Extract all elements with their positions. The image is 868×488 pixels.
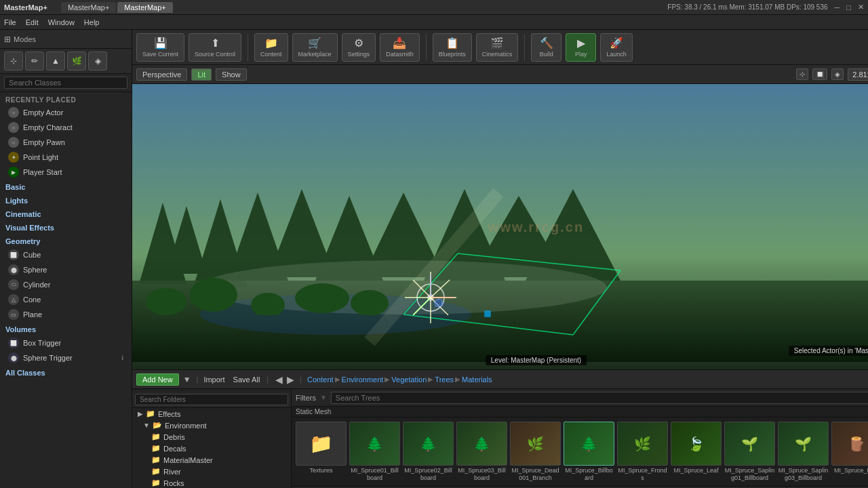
back-nav-icon[interactable]: ◀ <box>275 374 283 385</box>
actor-item-box-trigger[interactable]: ⬜ Box Trigger <box>0 336 132 350</box>
breadcrumb-content[interactable]: Content <box>307 375 334 384</box>
actor-item-plane[interactable]: ▭ Plane <box>0 307 132 322</box>
viewport-icon-2[interactable]: 🔲 <box>812 68 827 80</box>
spruce-leaf-label: MI_Spruce_Leaf <box>671 467 722 474</box>
select-mode[interactable]: ⊹ <box>4 52 23 70</box>
lit-btn[interactable]: Lit <box>191 68 212 81</box>
actor-label-box-trigger: Box Trigger <box>23 339 61 347</box>
actor-item-cube[interactable]: ⬜ Cube <box>0 247 132 262</box>
viewport-vegetation <box>132 247 868 315</box>
breadcrumb-materials[interactable]: Materials <box>462 375 492 384</box>
actor-item-empty[interactable]: ○ Empty Actor <box>0 105 132 120</box>
folder-river[interactable]: 📁 River <box>132 466 291 477</box>
actor-item-cylinder[interactable]: ⬭ Cylinder <box>0 277 132 292</box>
save-all-btn[interactable]: Save All <box>233 375 260 384</box>
marketplace-btn[interactable]: 🛒 Marketplace <box>292 33 338 62</box>
build-btn[interactable]: 🔨 Build <box>531 33 561 62</box>
tab-right[interactable]: MasterMap+ <box>117 2 172 13</box>
settings-btn[interactable]: ⚙ Settings <box>342 33 376 62</box>
environment-expand-icon: ▼ <box>143 422 150 429</box>
actor-item-empty-pawn[interactable]: ○ Empty Pawn <box>0 135 132 150</box>
category-basic[interactable]: Basic <box>0 181 132 193</box>
category-geometry[interactable]: Geometry <box>0 235 132 247</box>
asset-spruce-dead-branch[interactable]: 🌿 MI_Spruce_Dead001_Branch <box>510 422 561 482</box>
asset-textures-folder[interactable]: 📁 Textures <box>296 422 347 474</box>
filters-btn[interactable]: Filters <box>296 394 316 402</box>
menu-file[interactable]: File <box>4 18 16 26</box>
filters-icon: ▼ <box>320 394 327 401</box>
asset-sapling01[interactable]: 🌱 MI_Spruce_Sapling01_Billboard <box>724 422 775 482</box>
cinematics-btn[interactable]: 🎬 Cinematics <box>476 33 519 62</box>
cinematics-label: Cinematics <box>482 51 513 58</box>
folder-icon-debris: 📁 <box>151 432 161 441</box>
asset-spruce-billboard-selected[interactable]: 🌲 MI_Spruce_Billboard <box>564 422 614 482</box>
dropdown-add-icon[interactable]: ▼ <box>183 375 191 384</box>
show-btn[interactable]: Show <box>216 68 247 81</box>
folder-rocks[interactable]: 📁 Rocks <box>132 477 291 488</box>
breadcrumb-trees[interactable]: Trees <box>435 375 454 384</box>
menu-window[interactable]: Window <box>48 18 75 26</box>
actor-item-point-light[interactable]: ✦ Point Light <box>0 150 132 165</box>
folder-decals[interactable]: 📁 Decals <box>132 443 291 454</box>
content-btn[interactable]: 📁 Content <box>254 33 288 62</box>
menu-edit[interactable]: Edit <box>26 18 39 26</box>
asset-search-input[interactable] <box>331 392 868 404</box>
import-btn[interactable]: Import <box>203 375 224 384</box>
asset-spruce01-billboard[interactable]: 🌲 MI_Spruce01_Billboard <box>349 422 400 482</box>
assets-toolbar: Filters ▼ 🔍 <box>292 389 868 407</box>
minimize-icon[interactable]: ─ <box>835 3 840 12</box>
save-icon: 💾 <box>154 37 167 49</box>
folder-search-input[interactable] <box>135 394 288 405</box>
asset-spruce-leaf[interactable]: 🍃 MI_Spruce_Leaf <box>671 422 722 474</box>
add-new-btn[interactable]: Add New <box>136 373 179 386</box>
content-icon: 📁 <box>264 37 278 49</box>
folder-environment[interactable]: ▼ 📂 Environment <box>132 420 291 431</box>
asset-spruce-fronds[interactable]: 🌿 MI_Spruce_Fronds <box>617 422 668 482</box>
actor-item-sphere[interactable]: ⬤ Sphere <box>0 262 132 277</box>
actor-item-cone[interactable]: △ Cone <box>0 292 132 307</box>
viewport[interactable]: Selected Actor(s) in 'MasterMap (Persist… <box>132 84 868 369</box>
close-icon[interactable]: ✕ <box>858 3 864 12</box>
svg-point-41 <box>295 283 349 313</box>
folder-label-river: River <box>163 468 181 476</box>
category-volumes[interactable]: Volumes <box>0 323 132 336</box>
mesh-paint-mode[interactable]: ◈ <box>88 52 107 70</box>
category-visual-effects[interactable]: Visual Effects <box>0 222 132 234</box>
source-control-btn[interactable]: ⬆ Source Control <box>189 33 241 62</box>
launch-btn[interactable]: 🚀 Launch <box>600 33 633 62</box>
landscape-mode[interactable]: ▲ <box>46 52 65 70</box>
forward-nav-icon[interactable]: ▶ <box>287 374 294 385</box>
asset-sapling03[interactable]: 🌱 MI_Spruce_Sapling03_Billboard <box>778 422 829 482</box>
actor-item-empty-char[interactable]: ○ Empty Charact <box>0 120 132 135</box>
category-all-classes[interactable]: All Classes <box>0 367 132 379</box>
viewport-icon-3[interactable]: ◈ <box>831 68 844 80</box>
breadcrumb-environment[interactable]: Environment <box>342 375 384 384</box>
datasmith-btn[interactable]: 📥 Datasmith <box>380 33 420 62</box>
save-label: Save Current <box>142 51 178 58</box>
play-btn[interactable]: ▶ Play <box>566 33 596 62</box>
foliage-mode[interactable]: 🌿 <box>67 52 86 70</box>
tab-left[interactable]: MasterMap+ <box>61 2 116 13</box>
folder-debris[interactable]: 📁 Debris <box>132 431 291 443</box>
category-cinematic[interactable]: Cinematic <box>0 208 132 220</box>
save-current-btn[interactable]: 💾 Save Current <box>136 33 184 62</box>
breadcrumb-vegetation[interactable]: Vegetation <box>391 375 427 384</box>
asset-spruce03-billboard[interactable]: 🌲 MI_Spruce03_Billboard <box>456 422 507 482</box>
viewport-icon-1[interactable]: ⊹ <box>796 68 808 80</box>
maximize-icon[interactable]: □ <box>846 3 851 12</box>
folder-material-master[interactable]: 📁 MaterialMaster <box>132 454 291 466</box>
actor-item-player-start[interactable]: ▶ Player Start <box>0 165 132 180</box>
folder-effects[interactable]: ▶ 📁 Effects <box>132 408 291 420</box>
actor-item-sphere-trigger[interactable]: ⬤ Sphere Trigger ℹ <box>0 350 132 365</box>
actor-label-player-start: Player Start <box>23 168 62 176</box>
paint-mode[interactable]: ✏ <box>25 52 44 70</box>
asset-bark[interactable]: 🪵 MI_Spruce_Bark <box>831 422 868 474</box>
perspective-btn[interactable]: Perspective <box>136 68 187 81</box>
category-lights[interactable]: Lights <box>0 195 132 207</box>
blueprints-btn[interactable]: 📋 Blueprints <box>433 33 472 62</box>
asset-spruce02-billboard[interactable]: 🌲 MI_Spruce02_Billboard <box>403 422 454 482</box>
menu-help[interactable]: Help <box>84 18 100 26</box>
search-classes-input[interactable] <box>4 77 127 89</box>
cone-icon: △ <box>8 294 19 305</box>
content-browser-panel: Add New ▼ | Import Save All | ◀ ▶ | Cont… <box>132 369 868 488</box>
